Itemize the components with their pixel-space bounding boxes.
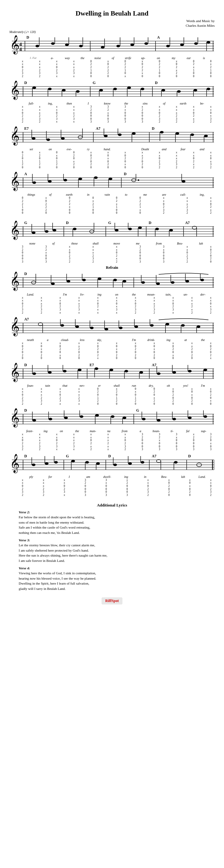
staff-row-9: 𝄞 D G bbox=[9, 407, 215, 429]
music-section-9: 𝄞 D G bbox=[9, 407, 215, 451]
staff-row-3: 𝄞 E7 A7 D bbox=[9, 125, 215, 147]
svg-point-88 bbox=[32, 137, 35, 140]
lyrics-row-3: set on eve- ry hand. Doubt and fear and bbox=[9, 148, 215, 151]
svg-point-24 bbox=[116, 45, 120, 47]
svg-point-189 bbox=[51, 282, 55, 285]
svg-point-257 bbox=[48, 371, 52, 374]
svg-point-67 bbox=[161, 89, 165, 91]
lyrics-row-9: feast- ing on the man- na from a boun- t… bbox=[9, 429, 215, 433]
svg-point-59 bbox=[100, 89, 103, 91]
svg-point-131 bbox=[109, 178, 112, 180]
svg-point-205 bbox=[171, 281, 174, 284]
svg-point-171 bbox=[155, 228, 159, 230]
svg-point-207 bbox=[185, 280, 189, 282]
svg-point-300 bbox=[111, 415, 115, 418]
svg-point-222 bbox=[60, 324, 64, 327]
svg-point-234 bbox=[150, 324, 153, 327]
svg-point-306 bbox=[157, 419, 161, 422]
staff-row-10: 𝄞 D G D A7 D bbox=[9, 453, 215, 475]
svg-point-238 bbox=[181, 324, 185, 327]
svg-point-304 bbox=[142, 418, 145, 420]
svg-text:G: G bbox=[108, 221, 111, 225]
page: Dwelling in Beulah Land Words and Music … bbox=[0, 0, 224, 620]
music-section-4: 𝄞 A D bbox=[9, 171, 215, 215]
svg-point-32 bbox=[180, 43, 184, 46]
svg-text:A7: A7 bbox=[152, 363, 157, 367]
svg-point-98 bbox=[118, 133, 121, 136]
verse-2-title: Verse 2: bbox=[19, 510, 205, 514]
svg-point-259 bbox=[63, 370, 67, 372]
staff-row-5: 𝄞 G D G D A7 bbox=[9, 220, 215, 241]
svg-point-108 bbox=[204, 135, 208, 137]
svg-text:G: G bbox=[24, 221, 27, 225]
svg-text:D: D bbox=[149, 221, 151, 225]
svg-point-16 bbox=[51, 42, 55, 45]
svg-point-342 bbox=[96, 462, 100, 465]
svg-text:𝄞: 𝄞 bbox=[10, 408, 20, 428]
svg-text:𝄞: 𝄞 bbox=[10, 35, 20, 55]
svg-text:A7: A7 bbox=[96, 126, 101, 131]
svg-point-224 bbox=[75, 326, 79, 328]
music-section-7: 𝄞 A7 bbox=[9, 316, 215, 360]
lyrics-row-8: foun- tain that nev- er shall run dry, o… bbox=[9, 384, 215, 388]
svg-text:D: D bbox=[24, 272, 27, 276]
svg-point-73 bbox=[206, 88, 210, 90]
staff-row-2: 𝄞 D G D bbox=[9, 80, 215, 101]
svg-point-271 bbox=[157, 372, 161, 375]
lyrics-row-7: neath a cloud- less sky, I'm drink- ing … bbox=[9, 338, 215, 342]
svg-point-336 bbox=[54, 461, 58, 464]
music-section-8: 𝄞 D E7 A7 bbox=[9, 362, 215, 406]
svg-point-269 bbox=[139, 371, 143, 374]
svg-point-296 bbox=[80, 415, 83, 418]
svg-point-263 bbox=[95, 367, 99, 370]
verse-2-text: Far below the storm of doubt upon the wo… bbox=[19, 515, 205, 535]
svg-point-169 bbox=[138, 226, 142, 229]
svg-point-155 bbox=[32, 231, 35, 234]
music-section-10: 𝄞 D G D A7 D bbox=[9, 453, 215, 497]
svg-point-261 bbox=[78, 369, 82, 371]
music-section-2: 𝄞 D G D bbox=[9, 80, 215, 124]
svg-point-255 bbox=[32, 372, 36, 375]
svg-text:A: A bbox=[24, 172, 27, 177]
svg-text:G: G bbox=[93, 81, 96, 85]
svg-point-96 bbox=[104, 135, 108, 137]
staff-row-7: 𝄞 A7 bbox=[9, 316, 215, 338]
svg-point-273 bbox=[172, 371, 176, 374]
svg-text:E7: E7 bbox=[90, 363, 94, 367]
svg-text:D: D bbox=[24, 454, 27, 458]
svg-point-55 bbox=[62, 89, 66, 91]
svg-text:D: D bbox=[26, 35, 29, 39]
staff-row-4: 𝄞 A D bbox=[9, 171, 215, 193]
svg-point-340 bbox=[85, 461, 89, 464]
svg-point-36 bbox=[206, 41, 210, 43]
svg-text:𝄞: 𝄞 bbox=[10, 221, 20, 240]
music-section-1: Moderately (♩= 120) 𝄞 4 4 D A bbox=[9, 30, 215, 78]
svg-point-104 bbox=[175, 132, 179, 135]
svg-point-106 bbox=[190, 133, 194, 136]
svg-text:D: D bbox=[108, 454, 111, 458]
svg-point-265 bbox=[110, 369, 113, 371]
verse-4-title: Verse 4: bbox=[19, 566, 205, 570]
svg-point-136 bbox=[181, 180, 185, 183]
svg-point-197 bbox=[113, 279, 117, 281]
svg-point-100 bbox=[132, 132, 136, 135]
svg-point-102 bbox=[160, 131, 164, 133]
svg-point-226 bbox=[90, 327, 94, 329]
svg-point-232 bbox=[134, 326, 138, 328]
svg-point-167 bbox=[128, 228, 132, 230]
svg-point-123 bbox=[48, 180, 52, 183]
page-title: Dwelling in Beulah Land bbox=[9, 9, 215, 18]
staff-row-1: 𝄞 4 4 D A bbox=[9, 34, 215, 56]
svg-text:G: G bbox=[136, 408, 139, 412]
svg-point-65 bbox=[141, 88, 144, 90]
verse-3-text: Let the stormy breezes blow, their cry c… bbox=[19, 542, 205, 563]
svg-point-199 bbox=[122, 280, 126, 282]
svg-text:A7: A7 bbox=[24, 317, 29, 321]
svg-point-348 bbox=[141, 461, 144, 464]
svg-text:D: D bbox=[188, 454, 191, 458]
music-section-6: 𝄞 D bbox=[9, 271, 215, 314]
svg-point-61 bbox=[113, 88, 117, 90]
svg-point-228 bbox=[105, 328, 108, 331]
svg-point-90 bbox=[47, 138, 50, 141]
lyrics-row-5: none of these shall move me from Beu- la… bbox=[9, 242, 215, 245]
